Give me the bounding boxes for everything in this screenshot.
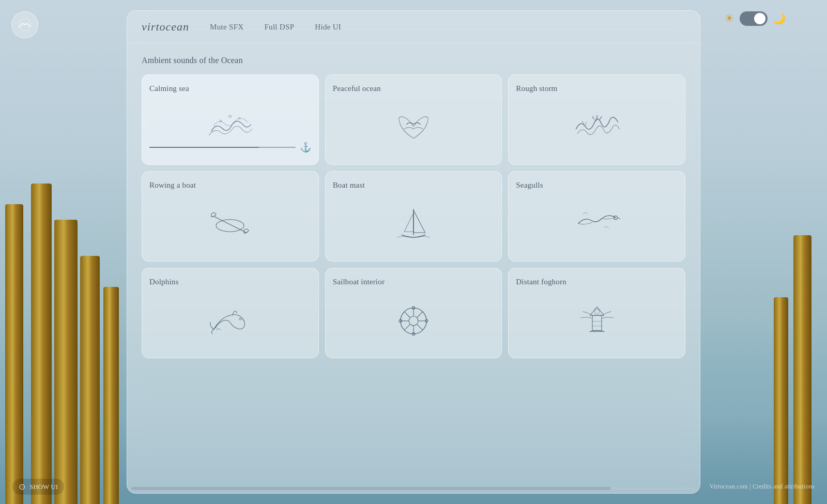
distant-foghorn-icon	[516, 294, 678, 346]
sound-card-rowing-boat[interactable]: Rowing a boat	[142, 171, 319, 262]
post	[80, 256, 100, 504]
bottom-bar: ⊙ SHOW UI Virtocean.com | Credits and at…	[0, 479, 827, 495]
logo-circle	[11, 11, 38, 38]
calming-sea-slider[interactable]: ⚓	[149, 142, 311, 153]
slider-track	[149, 147, 296, 148]
svg-point-5	[216, 220, 244, 232]
dolphins-icon	[149, 294, 311, 346]
sound-card-peaceful-ocean[interactable]: Peaceful ocean	[325, 74, 502, 165]
right-posts	[724, 0, 827, 504]
svg-line-6	[214, 217, 247, 233]
svg-point-4	[596, 115, 598, 117]
show-ui-label: SHOW UI	[29, 483, 58, 491]
sound-card-distant-foghorn[interactable]: Distant foghorn	[508, 268, 685, 358]
rough-storm-icon	[516, 100, 678, 153]
card-label-sailboat-interior: Sailboat interior	[333, 278, 385, 286]
card-label-dolphins: Dolphins	[149, 278, 179, 286]
anchor-icon: ⚓	[300, 142, 311, 153]
nav-full-dsp[interactable]: Full DSP	[264, 23, 294, 32]
svg-line-16	[404, 312, 410, 318]
post	[774, 297, 788, 504]
sound-card-calming-sea[interactable]: Calming sea	[142, 74, 319, 165]
show-ui-icon: ⊙	[19, 482, 25, 492]
post	[103, 287, 119, 504]
card-label-calming-sea: Calming sea	[149, 84, 189, 93]
post	[5, 204, 23, 504]
sound-card-dolphins[interactable]: Dolphins	[142, 268, 319, 358]
sound-card-boat-mast[interactable]: Boat mast	[325, 171, 502, 262]
section-title: Ambient sounds of the Ocean	[142, 56, 685, 65]
app-logo[interactable]	[9, 9, 40, 40]
main-panel: virtocean Mute SFX Full DSP Hide UI Ambi…	[127, 10, 700, 494]
rowing-boat-icon	[149, 197, 311, 250]
sound-grid: Calming sea	[142, 74, 685, 358]
content-area: Ambient sounds of the Ocean Calming sea	[127, 43, 700, 487]
card-label-seagulls: Seagulls	[516, 181, 543, 190]
sound-card-sailboat-interior[interactable]: Sailboat interior	[325, 268, 502, 358]
card-label-distant-foghorn: Distant foghorn	[516, 278, 566, 286]
card-label-boat-mast: Boat mast	[333, 181, 365, 190]
svg-point-28	[594, 309, 599, 314]
left-posts	[0, 0, 129, 504]
slider-fill	[149, 147, 259, 148]
post	[31, 184, 52, 504]
svg-rect-24	[592, 315, 602, 332]
moon-icon: 🌙	[773, 12, 786, 25]
theme-toggle-switch[interactable]	[740, 11, 768, 26]
toggle-thumb	[754, 13, 765, 24]
boat-mast-icon	[333, 197, 495, 250]
sound-card-rough-storm[interactable]: Rough storm	[508, 74, 685, 165]
svg-line-18	[417, 312, 423, 318]
logo-bird-icon	[18, 18, 32, 32]
svg-line-19	[404, 324, 410, 330]
post	[793, 235, 811, 504]
svg-point-11	[409, 316, 418, 326]
svg-point-9	[239, 318, 241, 320]
card-label-rough-storm: Rough storm	[516, 84, 557, 93]
card-label-peaceful-ocean: Peaceful ocean	[333, 84, 381, 93]
svg-point-2	[229, 115, 232, 118]
nav-hide-ui[interactable]: Hide UI	[315, 23, 341, 32]
sailboat-interior-icon	[333, 294, 495, 346]
sound-card-seagulls[interactable]: Seagulls	[508, 171, 685, 262]
navbar: virtocean Mute SFX Full DSP Hide UI	[127, 11, 700, 43]
svg-line-17	[417, 324, 423, 330]
post	[54, 220, 78, 504]
brand-label: virtocean	[142, 20, 189, 34]
card-label-rowing-boat: Rowing a boat	[149, 181, 196, 190]
footer-credit: Virtocean.com | Credits and attributions	[710, 483, 815, 491]
nav-mute-sfx[interactable]: Mute SFX	[210, 23, 243, 32]
sun-icon: ☀	[724, 12, 734, 25]
theme-toggle-area: ☀ 🌙	[724, 11, 786, 26]
show-ui-button[interactable]: ⊙ SHOW UI	[12, 479, 64, 495]
seagulls-icon	[516, 197, 678, 250]
peaceful-ocean-icon	[333, 100, 495, 153]
